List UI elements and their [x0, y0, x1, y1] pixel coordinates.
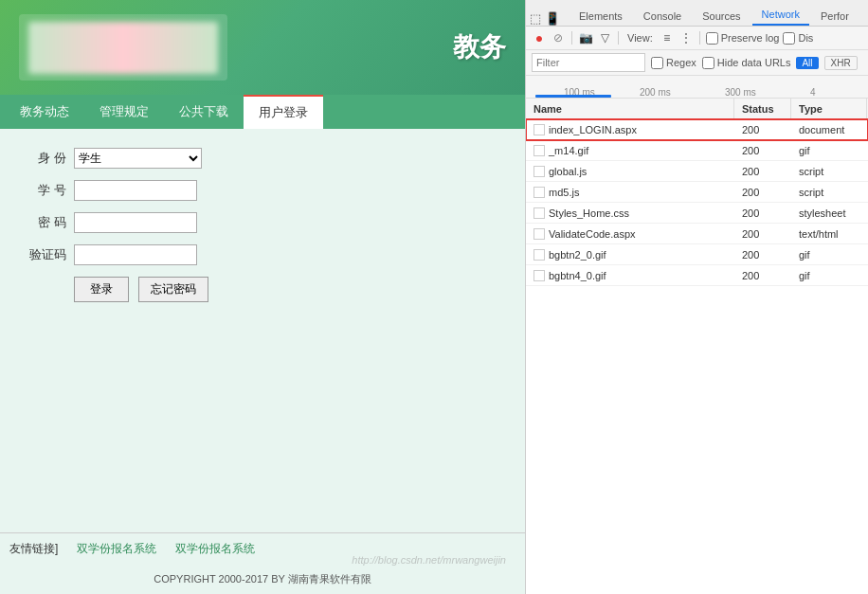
camera-icon[interactable]: 📷 [578, 30, 593, 45]
file-icon [533, 145, 545, 156]
table-row[interactable]: index_LOGIN.aspx 200 document [526, 119, 868, 140]
footer-link-2[interactable]: 双学份报名系统 [175, 541, 255, 557]
captcha-row: 验证码 [28, 244, 497, 265]
tab-sources[interactable]: Sources [693, 7, 750, 26]
table-row[interactable]: md5.js 200 script [526, 182, 868, 203]
table-row[interactable]: global.js 200 script [526, 161, 868, 182]
cell-type: stylesheet [791, 203, 867, 223]
xhr-filter-button[interactable]: XHR [824, 56, 858, 70]
cell-status: 200 [734, 119, 791, 139]
cell-status: 200 [734, 224, 791, 243]
captcha-label: 验证码 [28, 246, 66, 263]
file-icon [533, 270, 545, 281]
table-row[interactable]: bgbtn4_0.gif 200 gif [526, 265, 868, 286]
cell-status: 200 [734, 140, 791, 160]
login-container: 身 份 学生 学 号 密 码 验证码 登录 忘记密码 [0, 129, 525, 321]
file-icon [533, 166, 545, 177]
all-filter-button[interactable]: All [796, 57, 818, 69]
view-grid-icon[interactable]: ⋮ [678, 30, 694, 45]
record-icon[interactable]: ● [532, 30, 547, 45]
password-label: 密 码 [28, 214, 66, 231]
cell-name: Styles_Home.css [526, 203, 734, 223]
file-icon [533, 228, 545, 240]
regex-label: Regex [666, 57, 696, 68]
footer-links-label: 友情链接] [9, 541, 58, 557]
identity-label: 身 份 [28, 150, 66, 167]
view-list-icon[interactable]: ≡ [660, 30, 675, 45]
timeline-300ms: 300 ms [725, 87, 756, 98]
table-row[interactable]: ValidateCode.aspx 200 text/html [526, 224, 868, 244]
cell-name: global.js [526, 161, 734, 181]
button-row: 登录 忘记密码 [74, 277, 497, 302]
timeline-400ms: 4 [810, 87, 816, 98]
cell-type: gif [791, 140, 867, 160]
cell-status: 200 [734, 203, 791, 223]
footer-copyright: COPYRIGHT 2000-2017 BY 湖南青果软件有限 [0, 565, 525, 594]
header-status: Status [734, 99, 791, 118]
webpage-panel: 教务 教务动态 管理规定 公共下载 用户登录 身 份 学生 学 号 密 码 验证… [0, 0, 525, 594]
dis-checkbox[interactable] [783, 32, 795, 45]
logo-image [28, 22, 218, 74]
filter-input[interactable] [532, 53, 645, 72]
logo-area [19, 14, 227, 81]
network-table: Name Status Type index_LOGIN.aspx 200 do… [526, 99, 868, 594]
page-title: 教务 [453, 29, 506, 65]
separator-3 [699, 31, 700, 45]
timeline-200ms: 200 ms [640, 87, 671, 98]
tab-elements[interactable]: Elements [570, 7, 632, 26]
devtools-mobile-icon[interactable]: 📱 [545, 11, 560, 26]
cell-status: 200 [734, 161, 791, 181]
nav-tab-guanli[interactable]: 管理规定 [84, 95, 164, 129]
view-label: View: [627, 32, 653, 44]
password-input[interactable] [74, 212, 197, 233]
preserve-log-checkbox[interactable] [706, 32, 718, 45]
filter-icon[interactable]: ▽ [597, 30, 612, 45]
filter-bar: Regex Hide data URLs All XHR [526, 50, 868, 76]
cell-name: ValidateCode.aspx [526, 224, 734, 243]
page-header: 教务 [0, 0, 525, 95]
tab-performance[interactable]: Perfor [811, 7, 859, 26]
preserve-log-label: Preserve log [721, 32, 780, 44]
cell-name: bgbtn4_0.gif [526, 265, 734, 285]
hide-data-checkbox[interactable] [702, 57, 714, 69]
devtools-tabs: ⬚ 📱 Elements Console Sources Network Per… [526, 0, 868, 27]
nav-tab-xiazai[interactable]: 公共下载 [164, 95, 244, 129]
password-row: 密 码 [28, 212, 497, 233]
network-toolbar: ● ⊘ 📷 ▽ View: ≡ ⋮ Preserve log Dis [526, 27, 868, 50]
file-icon [533, 249, 545, 261]
nav-tab-jiaowu[interactable]: 教务动态 [5, 95, 84, 129]
dis-label: Dis [798, 32, 813, 44]
separator-1 [571, 31, 572, 45]
nav-tab-login[interactable]: 用户登录 [244, 95, 323, 129]
login-button[interactable]: 登录 [74, 277, 129, 302]
regex-checkbox[interactable] [651, 57, 663, 69]
cell-type: script [791, 161, 867, 181]
header-type: Type [791, 99, 867, 118]
forgot-password-button[interactable]: 忘记密码 [138, 277, 208, 302]
student-number-row: 学 号 [28, 180, 497, 201]
tab-console[interactable]: Console [634, 7, 691, 26]
network-table-header: Name Status Type [526, 99, 868, 119]
cell-status: 200 [734, 265, 791, 285]
cell-name: _m14.gif [526, 140, 734, 160]
student-number-label: 学 号 [28, 182, 66, 199]
table-row[interactable]: _m14.gif 200 gif [526, 140, 868, 161]
table-row[interactable]: Styles_Home.css 200 stylesheet [526, 203, 868, 224]
stop-icon[interactable]: ⊘ [551, 30, 566, 45]
file-icon [533, 187, 545, 198]
cell-type: document [791, 119, 867, 139]
devtools-panel: ⬚ 📱 Elements Console Sources Network Per… [525, 0, 868, 594]
identity-select[interactable]: 学生 [74, 148, 202, 169]
tab-network[interactable]: Network [752, 5, 809, 26]
header-name: Name [526, 99, 734, 118]
dis-group: Dis [783, 32, 813, 45]
file-icon [533, 124, 545, 135]
nav-tabs: 教务动态 管理规定 公共下载 用户登录 [0, 95, 525, 129]
cell-name: index_LOGIN.aspx [526, 119, 734, 139]
student-number-input[interactable] [74, 180, 197, 201]
table-row[interactable]: bgbtn2_0.gif 200 gif [526, 244, 868, 265]
devtools-cursor-icon[interactable]: ⬚ [530, 11, 541, 26]
footer-link-1[interactable]: 双学份报名系统 [77, 541, 156, 557]
identity-row: 身 份 学生 [28, 148, 497, 169]
captcha-input[interactable] [74, 244, 197, 265]
